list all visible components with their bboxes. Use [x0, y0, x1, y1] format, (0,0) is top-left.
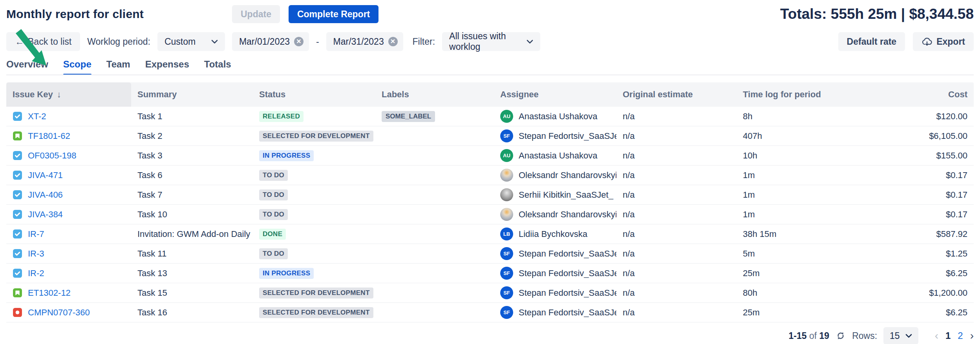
issue-key-cell: IR-7: [6, 229, 131, 239]
summary-cell: Task 2: [131, 131, 253, 141]
avatar: SF: [500, 286, 513, 299]
estimate-cell: n/a: [616, 170, 737, 180]
issue-key-link[interactable]: ET1302-12: [28, 288, 71, 298]
tab-overview[interactable]: Overview: [6, 59, 48, 75]
status-cell: IN PROGRESS: [253, 150, 375, 161]
filter-select-value: All issues with worklog: [449, 31, 520, 52]
status-cell: RELEASED: [253, 111, 375, 122]
column-header-cost[interactable]: Cost: [866, 89, 974, 100]
issue-key-link[interactable]: IR-2: [28, 268, 44, 278]
avatar: [500, 208, 513, 221]
worklog-period-label: Worklog period:: [87, 36, 150, 47]
issue-key-cell: JIVA-471: [6, 170, 131, 180]
issue-key-cell: CMPN0707-360: [6, 308, 131, 318]
rows-per-page-select[interactable]: 15: [883, 327, 918, 344]
summary-cell: Task 15: [131, 288, 253, 298]
column-header-labels[interactable]: Labels: [375, 89, 494, 100]
tab-totals[interactable]: Totals: [204, 59, 231, 75]
next-page-icon[interactable]: ›: [970, 329, 974, 342]
filter-select[interactable]: All issues with worklog: [442, 32, 540, 51]
clear-date-from-icon[interactable]: ✕: [294, 37, 304, 46]
date-from-input[interactable]: Mar/01/2023 ✕: [232, 32, 309, 51]
table-row: XT-2 Task 1 RELEASED SOME_LABEL AU Anast…: [6, 107, 974, 126]
tab-scope[interactable]: Scope: [63, 59, 91, 75]
assignee-name: Stepan Fedortsiv_SaaSJet: [519, 308, 616, 318]
status-cell: IN PROGRESS: [253, 268, 375, 279]
sort-descending-icon[interactable]: ↓: [57, 89, 61, 100]
issue-key-cell: JIVA-384: [6, 209, 131, 220]
export-button[interactable]: Export: [913, 32, 974, 51]
complete-report-button[interactable]: Complete Report: [289, 5, 378, 23]
cost-cell: $6.25: [866, 308, 974, 318]
toolbar: ← Back to list Worklog period: Custom Ma…: [6, 32, 974, 51]
page-button-2[interactable]: 2: [958, 330, 963, 341]
export-label: Export: [936, 36, 965, 47]
assignee-name: Stepan Fedortsiv_SaaSJet: [519, 249, 616, 259]
column-header-issue-key[interactable]: Issue Key ↓: [6, 82, 131, 107]
table-row: IR-3 Task 11 TO DO SF Stepan Fedortsiv_S…: [6, 244, 974, 264]
issue-key-link[interactable]: IR-3: [28, 249, 44, 259]
table-header-row: Issue Key ↓ Summary Status Labels Assign…: [6, 82, 974, 107]
summary-cell: Task 11: [131, 249, 253, 259]
period-select[interactable]: Custom: [157, 32, 225, 51]
column-header-summary[interactable]: Summary: [131, 89, 253, 100]
issue-key-link[interactable]: IR-7: [28, 229, 44, 239]
table-row: OF0305-198 Task 3 IN PROGRESS AU Anastas…: [6, 146, 974, 166]
previous-page-icon[interactable]: ‹: [935, 329, 938, 342]
issue-key-link[interactable]: JIVA-384: [28, 209, 63, 220]
back-to-list-label: Back to list: [28, 36, 71, 47]
avatar: [500, 188, 513, 201]
tab-expenses[interactable]: Expenses: [145, 59, 189, 75]
table-row: TF1801-62 Task 2 SELECTED FOR DEVELOPMEN…: [6, 126, 974, 146]
pager: ‹ 1 2 ›: [935, 329, 974, 342]
table-body: XT-2 Task 1 RELEASED SOME_LABEL AU Anast…: [6, 107, 974, 322]
column-header-assignee[interactable]: Assignee: [494, 89, 616, 100]
column-header-status[interactable]: Status: [253, 89, 375, 100]
back-to-list-button[interactable]: ← Back to list: [6, 32, 80, 51]
summary-cell: Task 16: [131, 308, 253, 318]
status-cell: SELECTED FOR DEVELOPMENT: [253, 287, 375, 298]
issue-key-link[interactable]: JIVA-406: [28, 190, 63, 200]
timelog-cell: 5m: [737, 249, 866, 259]
timelog-cell: 8h: [737, 111, 866, 122]
estimate-cell: n/a: [616, 288, 737, 298]
issue-key-link[interactable]: XT-2: [28, 111, 46, 122]
issue-key-link[interactable]: JIVA-471: [28, 170, 63, 180]
table-row: JIVA-406 Task 7 TO DO Serhii Kibitkin_Sa…: [6, 185, 974, 205]
status-cell: SELECTED FOR DEVELOPMENT: [253, 307, 375, 318]
label-badge: SOME_LABEL: [382, 111, 435, 122]
cost-cell: $120.00: [866, 111, 974, 122]
cost-cell: $0.17: [866, 209, 974, 220]
summary-cell: Task 7: [131, 190, 253, 200]
story-type-icon: [13, 288, 22, 298]
timelog-cell: 1m: [737, 190, 866, 200]
estimate-cell: n/a: [616, 151, 737, 161]
date-to-value: Mar/31/2023: [333, 36, 384, 47]
cost-cell: $0.17: [866, 190, 974, 200]
page-button-1[interactable]: 1: [945, 330, 951, 341]
estimate-cell: n/a: [616, 308, 737, 318]
issue-key-link[interactable]: OF0305-198: [28, 151, 77, 161]
date-to-input[interactable]: Mar/31/2023 ✕: [326, 32, 403, 51]
tab-team[interactable]: Team: [106, 59, 130, 75]
assignee-cell: SF Stepan Fedortsiv_SaaSJet: [494, 267, 616, 280]
clear-date-to-icon[interactable]: ✕: [388, 37, 398, 46]
avatar: [500, 169, 513, 182]
column-header-time-log[interactable]: Time log for period: [737, 89, 866, 100]
tabs-bar: Overview Scope Team Expenses Totals: [6, 59, 974, 75]
assignee-cell: AU Anastasia Ushakova: [494, 110, 616, 123]
assignee-name: Stepan Fedortsiv_SaaSJet: [519, 288, 616, 298]
cost-cell: $6,105.00: [866, 131, 974, 141]
timelog-cell: 1m: [737, 209, 866, 220]
issue-key-link[interactable]: TF1801-62: [28, 131, 70, 141]
summary-cell: Task 10: [131, 209, 253, 220]
date-range-separator: -: [316, 36, 319, 47]
status-badge: IN PROGRESS: [259, 268, 314, 279]
toolbar-right: Default rate Export: [838, 32, 974, 51]
issue-key-link[interactable]: CMPN0707-360: [28, 308, 90, 318]
issue-key-cell: XT-2: [6, 111, 131, 122]
default-rate-button[interactable]: Default rate: [838, 32, 905, 51]
refresh-icon[interactable]: [836, 331, 846, 341]
column-header-original-estimate[interactable]: Original estimate: [616, 89, 737, 100]
update-button[interactable]: Update: [232, 5, 280, 23]
